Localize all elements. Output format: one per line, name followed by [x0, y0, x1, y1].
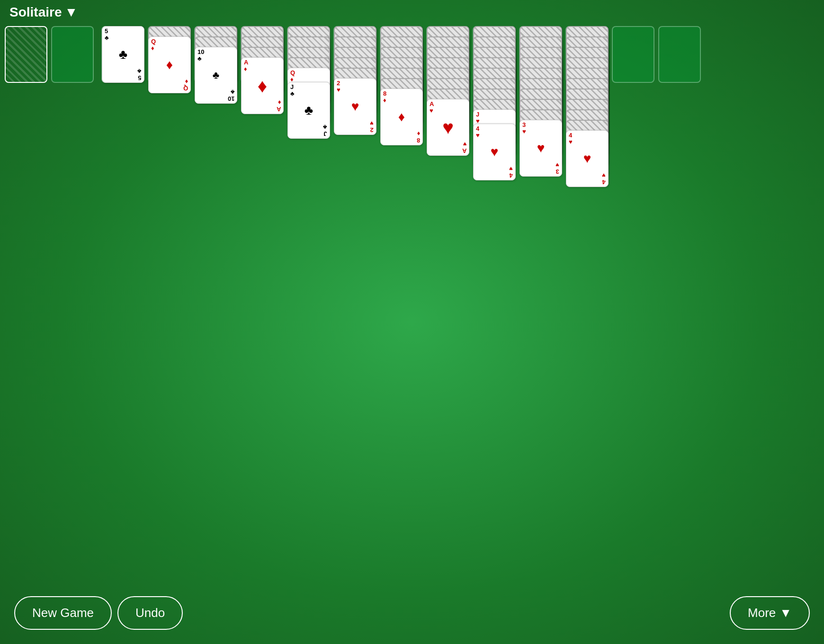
face-up-card[interactable]: 8♦ 8♦ ♦: [380, 89, 423, 145]
face-up-card[interactable]: 5♣ 5♣ ♣: [102, 26, 144, 83]
foundation-13[interactable]: [658, 26, 701, 83]
app-header: Solitaire ▼: [9, 5, 78, 20]
new-game-button[interactable]: New Game: [14, 596, 112, 630]
face-up-card[interactable]: 2♥ 2♥ ♥: [334, 78, 376, 135]
left-buttons: New Game Undo: [14, 596, 183, 630]
face-up-card[interactable]: J♣ J♣ ♣: [287, 82, 330, 139]
face-up-card[interactable]: 10♣ 10♣ ♣: [195, 47, 237, 104]
foundation-12[interactable]: [612, 26, 654, 83]
right-buttons: More ▼: [730, 596, 810, 630]
face-up-card[interactable]: A♥ A♥ ♥: [427, 99, 469, 156]
face-up-card[interactable]: 4♥ 4♥ ♥: [473, 124, 516, 180]
app-title: Solitaire: [9, 5, 62, 20]
waste-pile[interactable]: [51, 26, 94, 83]
face-up-card[interactable]: A♦ A♦ ♦: [241, 57, 284, 114]
more-button[interactable]: More ▼: [730, 596, 810, 630]
undo-button[interactable]: Undo: [117, 596, 183, 630]
dropdown-arrow-icon[interactable]: ▼: [64, 5, 78, 20]
face-up-card[interactable]: 4♥ 4♥ ♥: [566, 130, 609, 187]
stock-pile[interactable]: [5, 26, 47, 83]
bottom-bar: New Game Undo More ▼: [0, 596, 824, 630]
face-up-card[interactable]: Q♦ Q♦ ♦: [148, 36, 191, 93]
face-up-card[interactable]: 3♥ 3♥ ♥: [519, 120, 562, 177]
